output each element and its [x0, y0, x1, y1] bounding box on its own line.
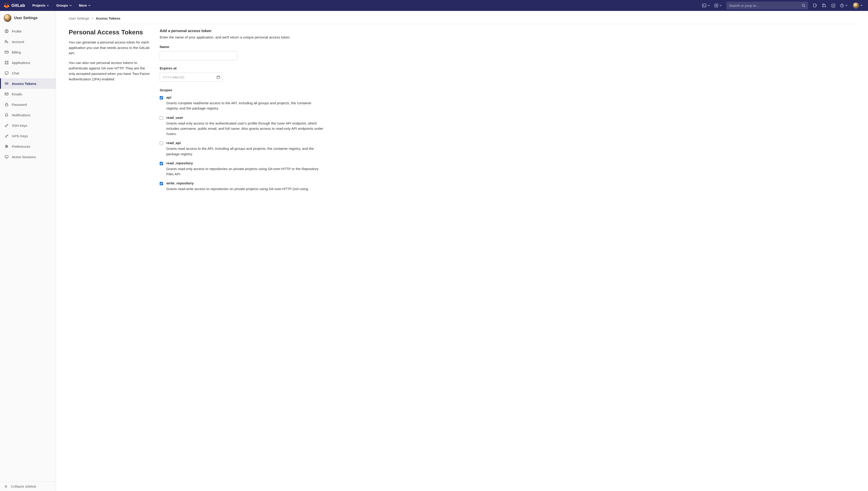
nav-groups-label: Groups	[56, 4, 68, 7]
chevron-down-icon	[69, 4, 72, 7]
scope-name: api	[166, 95, 323, 99]
breadcrumb: User Settings Access Tokens	[69, 16, 855, 24]
help-button[interactable]	[838, 2, 849, 9]
scope-row-read_repository: read_repositoryGrants read-only access t…	[160, 161, 323, 177]
sidebar-item-label: Password	[12, 103, 27, 107]
sidebar-item-label: Chat	[12, 71, 19, 75]
scope-checkbox-api[interactable]	[160, 96, 163, 99]
content: User Settings Access Tokens Personal Acc…	[56, 11, 868, 491]
key-icon	[5, 134, 9, 138]
name-input[interactable]	[160, 51, 237, 60]
user-menu[interactable]	[850, 2, 864, 9]
form-header: Add a personal access token	[160, 29, 323, 33]
scope-checkbox-read_repository[interactable]	[160, 162, 163, 165]
svg-rect-18	[7, 63, 8, 64]
svg-point-29	[7, 146, 8, 147]
scope-name: read_api	[166, 141, 323, 145]
create-new-button[interactable]	[713, 2, 723, 9]
sidebar-item-chat[interactable]: Chat	[0, 68, 56, 78]
search-input[interactable]	[729, 4, 802, 7]
sidebar-item-preferences[interactable]: Preferences	[0, 141, 56, 152]
sidebar-item-notifications[interactable]: Notifications	[0, 110, 56, 120]
chevron-down-icon	[708, 4, 710, 7]
terminal-icon	[702, 3, 706, 7]
sidebar-item-label: GPG Keys	[12, 134, 28, 138]
avatar	[853, 2, 859, 8]
scope-checkbox-read_api[interactable]	[160, 142, 163, 145]
form-header-desc: Enter the name of your application, and …	[160, 35, 323, 39]
sidebar-item-label: SSH Keys	[12, 124, 27, 127]
sidebar-item-account[interactable]: Account	[0, 36, 56, 47]
merge-requests-button[interactable]	[820, 2, 828, 9]
svg-point-30	[6, 147, 7, 148]
svg-rect-25	[5, 104, 8, 106]
nav-projects-label: Projects	[32, 4, 45, 7]
search-box[interactable]	[726, 2, 808, 9]
sidebar-item-gpg-keys[interactable]: GPG Keys	[0, 131, 56, 141]
svg-point-13	[7, 42, 8, 43]
lock-icon	[5, 103, 9, 107]
gitlab-logo[interactable]: GitLab	[4, 2, 25, 8]
issues-button[interactable]	[811, 2, 819, 9]
chevron-right-icon	[91, 17, 93, 19]
todos-button[interactable]	[829, 2, 837, 9]
sidebar-item-label: Applications	[12, 61, 30, 65]
sidebar-item-profile[interactable]: Profile	[0, 26, 56, 36]
scope-checkbox-read_user[interactable]	[160, 116, 163, 120]
help-icon	[840, 4, 844, 7]
chevron-down-icon	[719, 4, 722, 7]
breadcrumb-root[interactable]: User Settings	[69, 17, 89, 20]
key-icon	[5, 123, 9, 127]
scopes-label: Scopes	[160, 88, 323, 92]
svg-rect-14	[5, 51, 8, 53]
sidebar-item-ssh-keys[interactable]: SSH Keys	[0, 120, 56, 131]
nav-more[interactable]: More	[76, 0, 93, 11]
sidebar-item-label: Account	[12, 40, 24, 44]
sidebar-item-emails[interactable]: Emails	[0, 89, 56, 99]
sliders-icon	[5, 144, 9, 148]
svg-rect-32	[217, 76, 220, 79]
sidebar-item-applications[interactable]: Applications	[0, 57, 56, 68]
sidebar-item-active-sessions[interactable]: Active Sessions	[0, 152, 56, 162]
scope-row-write_repository: write_repositoryGrants read-write access…	[160, 181, 323, 192]
chevron-double-left-icon	[4, 485, 8, 488]
sidebar-item-access-tokens[interactable]: Access Tokens	[0, 78, 56, 89]
chevron-down-icon	[860, 4, 863, 7]
sidebar-item-label: Emails	[12, 92, 22, 96]
sidebar-item-label: Profile	[12, 29, 22, 33]
scope-checkbox-write_repository[interactable]	[160, 182, 163, 185]
expires-input[interactable]	[160, 73, 222, 82]
search-icon	[802, 4, 805, 7]
collapse-sidebar-button[interactable]: Collapse sidebar	[0, 482, 56, 491]
scope-name: write_repository	[166, 181, 323, 185]
scope-row-read_api: read_apiGrants read access to the API, i…	[160, 141, 323, 156]
nav-more-label: More	[79, 4, 87, 7]
scope-name: read_user	[166, 116, 323, 120]
svg-rect-19	[5, 72, 8, 74]
nav-projects[interactable]: Projects	[30, 0, 52, 11]
name-label: Name	[160, 45, 323, 49]
scope-row-api: apiGrants complete read/write access to …	[160, 95, 323, 111]
chat-icon	[5, 71, 9, 75]
scope-row-read_user: read_userGrants read-only access to the …	[160, 116, 323, 137]
scope-name: read_repository	[166, 161, 323, 165]
nav-groups[interactable]: Groups	[54, 0, 74, 11]
calendar-icon[interactable]	[217, 75, 220, 79]
svg-point-26	[5, 125, 7, 127]
scope-desc: Grants read-only access to the authentic…	[166, 121, 323, 137]
merge-request-icon	[822, 3, 826, 7]
svg-point-28	[5, 145, 6, 146]
breadcrumb-current: Access Tokens	[96, 17, 120, 20]
bell-icon	[5, 113, 9, 117]
monitor-icon	[5, 155, 9, 159]
sidebar-header[interactable]: User Settings	[0, 11, 56, 26]
collapse-label: Collapse sidebar	[11, 484, 36, 488]
scope-desc: Grants complete read/write access to the…	[166, 100, 323, 111]
page-desc-1: You can generate a personal access token…	[69, 39, 151, 56]
sidebar-item-label: Preferences	[12, 145, 30, 148]
sidebar-item-billing[interactable]: Billing	[0, 47, 56, 57]
web-ide-button[interactable]	[700, 2, 712, 9]
sidebar-item-label: Access Tokens	[12, 82, 36, 86]
sidebar-item-password[interactable]: Password	[0, 99, 56, 110]
user-circle-icon	[5, 29, 9, 33]
